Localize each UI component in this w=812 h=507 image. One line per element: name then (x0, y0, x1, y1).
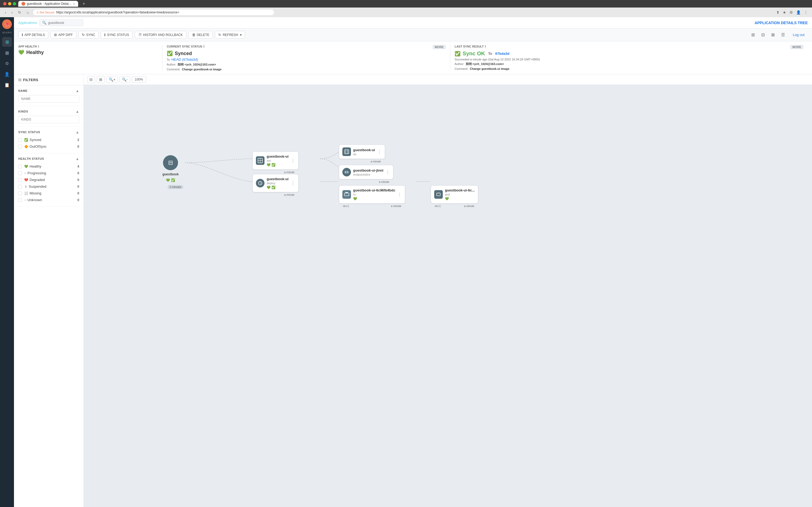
health-missing-checkbox[interactable] (18, 191, 22, 195)
app-details-button[interactable]: ℹ APP DETAILS (18, 31, 48, 39)
refresh-icon: ↻ (218, 33, 221, 37)
sync-button[interactable]: ↻ SYNC (78, 31, 99, 39)
ep-node[interactable]: guestbook-ui ep ⋮ a minute (339, 145, 385, 159)
health-progressing-count: 0 (77, 171, 79, 175)
bookmark-icon[interactable]: ★ (781, 9, 787, 15)
zoom-in-button[interactable]: 🔍+ (106, 76, 118, 83)
current-sync-commit-link[interactable]: HEAD (67bda3d) (171, 57, 198, 61)
kinds-filter-header[interactable]: KINDS ▲ (18, 109, 79, 114)
forward-button[interactable]: › (10, 10, 14, 15)
svc-node-info: guestbook-ui svc 💚 ✅ (267, 154, 289, 167)
health-filter-missing: ⬜ Missing 0 (18, 190, 79, 196)
health-unknown-checkbox[interactable] (18, 198, 22, 202)
address-url: https://argocd.k8s.local/applications/gu… (56, 10, 179, 14)
view-network-button[interactable]: ⊠ (768, 31, 777, 39)
svc-node-menu[interactable]: ⋮ (291, 158, 295, 163)
last-sync-commit-link[interactable]: 67bda3d (495, 52, 509, 56)
kinds-filter-input[interactable] (18, 116, 79, 123)
tree-fit-button[interactable]: ⊟ (87, 76, 95, 83)
home-button[interactable]: ⌂ (25, 10, 31, 15)
delete-button[interactable]: 🗑 DELETE (188, 31, 213, 39)
last-sync-more-button[interactable]: MORE (790, 45, 803, 49)
sync-synced-checkbox[interactable] (18, 138, 22, 142)
ep-node-menu[interactable]: ⋮ (377, 149, 382, 154)
health-healthy-checkbox[interactable] (18, 165, 22, 168)
minimize-dot[interactable] (8, 2, 11, 5)
view-grid-button[interactable]: ⊟ (759, 31, 767, 39)
deploy-node-icon (256, 179, 265, 187)
nav-item-dashboard[interactable]: ▦ (2, 48, 12, 57)
rs-health-icon: 💚 (353, 197, 357, 201)
health-suspended-checkbox[interactable] (18, 185, 22, 188)
search-input[interactable] (48, 21, 80, 25)
search-box[interactable]: 🔍 (39, 19, 83, 26)
pod-node-status: 💚 (445, 197, 475, 201)
refresh-dropdown-icon: ▾ (240, 33, 242, 37)
nav-item-settings[interactable]: ⚙ (2, 59, 12, 68)
address-bar-actions: ⬆ ★ ⚙ 👤 ⋮ (775, 9, 809, 15)
refresh-button[interactable]: ↻ REFRESH ▾ (215, 31, 245, 39)
profile-icon[interactable]: 👤 (795, 9, 802, 15)
menu-icon[interactable]: ⋮ (803, 9, 809, 15)
rs-node-menu[interactable]: ⋮ (397, 192, 402, 197)
address-input-box[interactable]: ⚠ Not Secure https://argocd.k8s.local/ap… (33, 9, 275, 15)
tab-favicon (21, 2, 25, 6)
nav-item-user[interactable]: 👤 (2, 69, 12, 79)
nav-item-docs[interactable]: 📋 (2, 80, 12, 90)
tab-close-button[interactable]: ✕ (73, 2, 75, 5)
suspended-icon: ⏸ (24, 185, 27, 188)
nav-item-apps[interactable]: ⊞ (2, 37, 12, 47)
current-sync-author: Author: 阳明 <ych_1024@163.com> (167, 63, 446, 67)
name-filter-section: NAME ▲ (14, 86, 83, 106)
current-sync-more-button[interactable]: MORE (432, 45, 446, 49)
svc-node[interactable]: guestbook-ui svc 💚 ✅ ⋮ a minute (252, 152, 299, 170)
health-heart-icon: 💚 (18, 49, 24, 55)
last-sync-info-icon: ℹ (485, 45, 486, 48)
name-filter-input[interactable] (18, 95, 79, 103)
health-status-label: HEALTH STATUS (18, 157, 44, 160)
last-sync-section: LAST SYNC RESULT ℹ MORE ✅ Sync OK To 67b… (450, 45, 808, 71)
sync-status-filter-header[interactable]: SYNC STATUS ▲ (18, 130, 79, 134)
health-status-filter-header[interactable]: HEALTH STATUS ▲ (18, 157, 79, 161)
deploy-node-menu[interactable]: ⋮ (291, 181, 295, 186)
health-unknown-label: ○ Unknown (24, 198, 75, 202)
sync-ok-icon: ✅ (455, 51, 461, 57)
log-out-button[interactable]: Log out (790, 31, 808, 39)
share-icon[interactable]: ⬆ (775, 9, 780, 15)
deploy-node[interactable]: guestbook-ui deploy 💚 ✅ ⋮ a minute (252, 174, 299, 192)
health-filter-unknown: ○ Unknown 0 (18, 196, 79, 203)
pod-node[interactable]: guestbook-ui-6c... pod 💚 a minute rev:1 (431, 185, 478, 204)
ep-node-time: a minute (369, 160, 383, 164)
history-rollback-button[interactable]: ⏱ HISTORY AND ROLLBACK (135, 31, 186, 39)
rs-rev-badge: rev:1 (341, 204, 350, 208)
breadcrumb-applications[interactable]: Applications (18, 21, 37, 25)
endpointslice-node-name: guestbook-ui-jlnnl (353, 168, 384, 172)
name-filter-header[interactable]: NAME ▲ (18, 89, 79, 93)
sync-status-button[interactable]: ℹ SYNC STATUS (101, 31, 132, 39)
sync-outofsync-checkbox[interactable] (18, 145, 22, 149)
connections-svg (84, 85, 812, 507)
endpointslice-node[interactable]: ES guestbook-ui-jlnnl endpointslice ⋮ a … (339, 165, 393, 179)
view-list-button[interactable]: ☰ (778, 31, 788, 39)
root-node[interactable]: ⊟ guestbook 💚 ✅ 2 minutes (163, 155, 178, 170)
last-sync-top-row: LAST SYNC RESULT ℹ MORE (455, 45, 803, 49)
view-tree-button[interactable]: ⊞ (749, 31, 757, 39)
missing-icon: ⬜ (24, 191, 28, 195)
health-degraded-checkbox[interactable] (18, 178, 22, 182)
endpointslice-node-menu[interactable]: ⋮ (386, 170, 390, 175)
fullscreen-dot[interactable] (13, 2, 16, 5)
browser-tab[interactable]: guestbook - Application Detai... ✕ (18, 1, 78, 7)
sync-filter-outofsync: 🔶 OutOfSync 0 (18, 143, 79, 150)
close-dot[interactable] (3, 2, 6, 5)
endpointslice-node-kind: endpointslice (353, 173, 384, 176)
rs-node[interactable]: guestbook-ui-6c96fb4bdc rs 💚 ⋮ a minute … (339, 185, 405, 204)
back-button[interactable]: ‹ (3, 10, 8, 15)
health-progressing-checkbox[interactable] (18, 171, 22, 175)
new-tab-button[interactable]: + (80, 1, 87, 7)
tree-expand-button[interactable]: ⊞ (97, 76, 105, 83)
name-filter-toggle-icon: ▲ (75, 89, 79, 93)
reload-button[interactable]: ↻ (16, 10, 23, 15)
extensions-icon[interactable]: ⚙ (789, 9, 794, 15)
app-diff-button[interactable]: ⊞ APP DIFF (51, 31, 76, 39)
zoom-out-button[interactable]: 🔍- (119, 76, 130, 83)
